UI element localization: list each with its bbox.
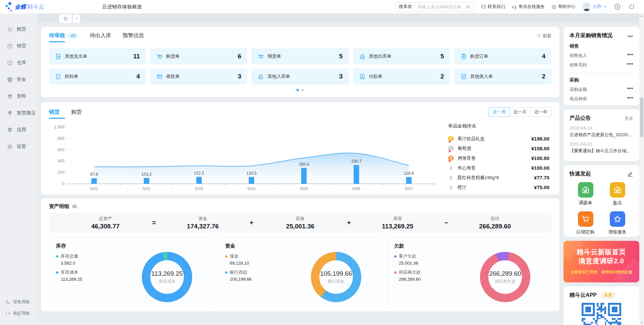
eye-closed-icon[interactable] <box>627 33 633 39</box>
ranking-item-name: 葡萄酒 <box>458 146 528 152</box>
announcement-link[interactable]: 【重要通知】精斗云工作台域... <box>570 148 633 154</box>
doc-card-sales-order[interactable]: 销货单5 <box>252 48 348 64</box>
more-link[interactable]: 更多 <box>625 115 633 121</box>
brand-name-bold: 金蝶 <box>15 3 26 11</box>
sales-trend-chart[interactable]: 02004006008001,00097.85/01103.25/02122.2… <box>49 121 448 193</box>
range-month-button[interactable]: 近一月 <box>509 107 531 117</box>
ranking-row[interactable]: 2葡萄酒¥158.00 <box>448 144 549 153</box>
app-card-title: 精斗云APP <box>570 292 597 299</box>
sidebar-item-funds[interactable]: ¥资金 <box>0 71 38 88</box>
search-icon[interactable] <box>466 4 471 9</box>
doc-card-other-expense[interactable]: ¥其他支出单11 <box>49 48 146 64</box>
doc-card-payment[interactable]: ¥付款单2 <box>353 68 450 85</box>
doc-card-count: 5 <box>440 53 444 60</box>
legend-value: 105,199.66 <box>230 277 311 282</box>
clipboard-icon <box>461 53 467 60</box>
tab-pending-stock-io[interactable]: 待出入库 <box>90 32 111 42</box>
contact-us-link[interactable]: 联系我们 <box>481 4 505 10</box>
carousel-dot-1[interactable] <box>297 89 299 91</box>
sales-income-row: 销售收入*** <box>570 53 633 59</box>
minus-operator: − <box>441 219 452 227</box>
tab-alerts[interactable]: 预警信息 <box>122 32 144 42</box>
sidebar-item-settings[interactable]: 设置 <box>0 138 38 155</box>
quick-action-transfer[interactable]: 调拨单 <box>570 182 601 206</box>
plus-operator: + <box>246 219 257 227</box>
switch-back-button[interactable] <box>614 3 621 10</box>
bulb-icon <box>7 110 13 116</box>
announcements-title: 产品公告 <box>570 115 591 122</box>
announcement-link[interactable]: 云进销存产品更新公告_20220... <box>570 132 633 138</box>
doc-card-receipt[interactable]: 收款单3 <box>150 68 247 85</box>
inventory-search[interactable]: 搜库存 <box>395 2 474 11</box>
legend-label: 库存总量 <box>61 253 78 259</box>
sidebar-item-credit[interactable]: 信用 <box>0 121 38 138</box>
ranking-row[interactable]: 4夹心海苔¥100.00 <box>448 163 549 173</box>
dark-nav-label: 深色导航 <box>13 299 30 305</box>
doc-card-purchase-order[interactable]: 购货单6 <box>150 48 247 64</box>
scroll-thumb[interactable] <box>640 97 643 138</box>
tab-purchase[interactable]: 购货 <box>71 109 82 119</box>
range-year-button[interactable]: 近一年 <box>530 107 551 117</box>
kingdee-logo-icon <box>5 2 13 12</box>
carousel-dot-2[interactable] <box>302 89 304 91</box>
avatar[interactable] <box>582 2 591 11</box>
refresh-button[interactable]: 刷新 <box>537 33 551 42</box>
monthly-summary-card: 本月采购销售情况 销售 销售收入*** 销售毛利*** 采购 采购金额*** 商… <box>564 27 639 105</box>
page-scrollbar[interactable]: ▲ ▼ <box>639 13 644 325</box>
search-scope-label[interactable]: 搜库存 <box>399 4 412 10</box>
product-types-row: 商品种类*** <box>570 96 633 102</box>
quick-action-value-added[interactable]: 增值服务 <box>601 211 633 235</box>
ranking-row[interactable]: 1果汁饮品礼盒¥198.00 <box>448 134 549 144</box>
brand-logo[interactable]: 金蝶 精斗云 <box>5 2 72 12</box>
after-sales-link[interactable]: 售后在线服务 <box>512 4 545 10</box>
inventory-donut-chart[interactable]: 113,269.25库存成本 <box>142 252 192 302</box>
doc-card-disassembly[interactable]: #拆卸单4 <box>49 68 146 85</box>
edit-pencil-icon[interactable] <box>627 171 633 177</box>
collapse-nav-toggle[interactable]: 收起导航 <box>0 308 38 319</box>
doc-card-other-income[interactable]: ¥其他收入单2 <box>454 68 551 85</box>
tab-pending-approval[interactable]: 待审核 49 <box>49 32 78 42</box>
doc-card-purchase-request[interactable]: 购货订单4 <box>454 48 551 64</box>
tab-label: 待审核 <box>49 32 65 39</box>
legend-dot <box>394 271 396 274</box>
sidebar-item-sales[interactable]: 销货 <box>0 38 38 54</box>
sidebar-item-purchase[interactable]: 购货 <box>0 21 38 38</box>
tab-sales[interactable]: 销货 <box>49 109 60 119</box>
funds-donut-chart[interactable]: 105,199.66银行存款 <box>311 252 361 302</box>
svg-text:5/06: 5/06 <box>353 186 361 191</box>
dark-nav-toggle[interactable]: 深色导航 <box>0 296 38 308</box>
quick-action-buy-to-sell[interactable]: 以销定购 <box>570 211 601 235</box>
user-menu[interactable]: 小乔 <box>582 2 607 11</box>
doc-card-other-outbound[interactable]: 其他出库单5 <box>353 48 450 64</box>
eye-icon[interactable] <box>72 204 77 209</box>
scroll-up-arrow[interactable]: ▲ <box>639 13 644 18</box>
range-selector: 近一周 近一月 近一年 <box>489 107 551 120</box>
donut-legend: 客户欠款25,001.36 供应商欠款266,289.60 <box>394 253 480 302</box>
collapse-nav-label: 收起导航 <box>13 311 30 316</box>
home-tab[interactable] <box>59 14 72 23</box>
sidebar-item-label: 设置 <box>17 144 26 150</box>
sidebar-item-warehouse[interactable]: 仓库 <box>0 54 38 71</box>
quick-action-stocktake[interactable]: 盘点 <box>601 182 633 206</box>
debt-donut-chart[interactable]: 266,289.60供应商欠款 <box>480 252 530 302</box>
doc-card-label: 拆卸单 <box>65 73 78 79</box>
doc-card-label: 购货订单 <box>470 53 488 59</box>
tab-list-dropdown[interactable] <box>73 14 80 23</box>
sidebar-item-smart-store[interactable]: 智慧微店 <box>0 105 38 121</box>
ranking-row[interactable]: 5西红柿意粉酱190g*6¥77.70 <box>448 173 549 182</box>
tab-label: 销货 <box>49 109 60 116</box>
scroll-down-arrow[interactable]: ▼ <box>639 320 644 325</box>
ranking-row[interactable]: 6橙汁¥75.00 <box>448 182 549 192</box>
quick-action-label: 盘点 <box>613 200 622 206</box>
svg-text:5/01: 5/01 <box>90 186 98 191</box>
doc-card-other-inbound[interactable]: 其他入库单3 <box>252 68 348 85</box>
legend-dot <box>56 271 58 274</box>
survey-banner[interactable]: 精斗云新版首页 满意度调研2.0 全新首页已到来 期待收到您的反馈 <box>564 241 639 282</box>
search-input[interactable] <box>418 4 466 9</box>
user-name: 小乔 <box>593 4 601 10</box>
sidebar-item-data[interactable]: 资料 <box>0 88 38 105</box>
ranking-row[interactable]: 3烤海苔卷¥100.80 <box>448 153 549 163</box>
range-week-button[interactable]: 近一周 <box>489 107 510 117</box>
help-center-link[interactable]: 帮助中心 <box>551 4 576 10</box>
logout-button[interactable] <box>628 3 635 10</box>
